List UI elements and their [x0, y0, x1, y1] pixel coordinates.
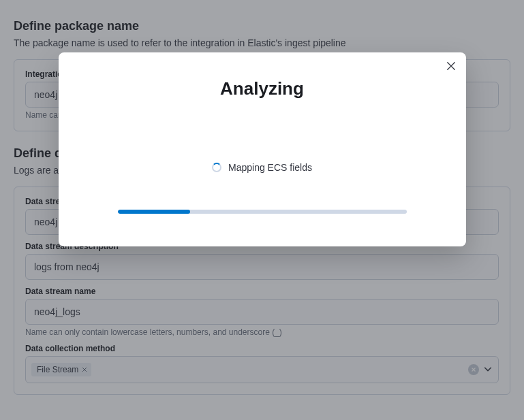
progress-bar: [118, 210, 407, 214]
spinner-icon: [212, 163, 221, 172]
analyzing-modal: Analyzing Mapping ECS fields: [59, 52, 466, 246]
close-icon[interactable]: [444, 59, 458, 73]
progress-fill: [118, 210, 190, 214]
modal-title: Analyzing: [70, 78, 455, 99]
modal-status: Mapping ECS fields: [70, 162, 455, 173]
modal-overlay: Analyzing Mapping ECS fields: [0, 0, 524, 420]
modal-status-text: Mapping ECS fields: [228, 162, 312, 173]
